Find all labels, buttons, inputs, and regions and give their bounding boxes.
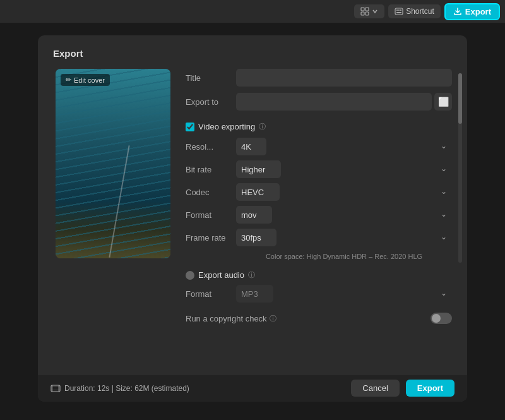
export-dialog: Export ✏ Edit cover Title [38, 35, 467, 402]
copyright-label: Run a copyright check ⓘ [186, 314, 431, 323]
bottom-info: Duration: 12s | Size: 62M (estimated) [50, 384, 189, 393]
export-top-label: Export [465, 7, 491, 16]
bottom-actions: Cancel Export [351, 380, 454, 397]
audio-section-label: Export audio [198, 270, 244, 280]
audio-format-label: Format [186, 289, 236, 299]
video-section-header: Video exporting ⓘ [186, 122, 452, 131]
copyright-row: Run a copyright check ⓘ [186, 313, 452, 324]
export-to-label: Export to [186, 97, 236, 107]
export-icon [453, 7, 462, 16]
svg-rect-6 [398, 9, 400, 11]
folder-icon: ⬜ [438, 97, 449, 107]
keyboard-icon [395, 8, 403, 15]
svg-rect-1 [365, 8, 369, 11]
title-input[interactable] [236, 69, 452, 87]
svg-rect-7 [400, 9, 401, 11]
export-to-row: Export to ⬜ [186, 93, 452, 111]
color-space-note: Color space: High Dynamic HDR – Rec. 202… [186, 253, 452, 260]
thumbnail-area: ✏ Edit cover [53, 69, 173, 324]
shortcut-button[interactable]: Shortcut [388, 4, 441, 18]
export-button[interactable]: Export [406, 380, 454, 397]
svg-rect-5 [396, 9, 398, 11]
video-thumbnail: ✏ Edit cover [56, 69, 170, 258]
format-dropdown-wrapper: mov [236, 206, 452, 224]
shortcut-label: Shortcut [406, 7, 434, 16]
audio-toggle-dot [186, 271, 194, 280]
framerate-label: Frame rate [186, 233, 236, 243]
audio-format-select[interactable]: MP3 [236, 285, 273, 303]
format-label: Format [186, 210, 236, 220]
bitrate-dropdown-wrapper: Higher [236, 160, 452, 178]
pencil-icon: ✏ [66, 76, 71, 84]
copyright-info-icon: ⓘ [270, 314, 276, 323]
audio-format-dropdown-wrapper: MP3 [236, 285, 452, 303]
bottom-bar: Duration: 12s | Size: 62M (estimated) Ca… [38, 374, 467, 402]
cancel-button[interactable]: Cancel [351, 380, 399, 397]
resolution-label: Resol... [186, 142, 236, 152]
dialog-body: ✏ Edit cover Title Export to ⬜ [53, 69, 452, 324]
scrollbar[interactable] [458, 73, 462, 263]
layout-icon-btn[interactable] [354, 4, 384, 18]
svg-rect-8 [396, 12, 401, 13]
copyright-label-text: Run a copyright check [186, 314, 267, 323]
title-row: Title [186, 69, 452, 87]
framerate-select[interactable]: 30fps [236, 229, 276, 246]
codec-row: Codec HEVC [186, 183, 452, 201]
svg-rect-13 [58, 385, 59, 392]
dialog-title: Export [53, 48, 452, 59]
toggle-knob [432, 314, 441, 323]
codec-label: Codec [186, 188, 236, 197]
form-area: Title Export to ⬜ Video exporting ⓘ [186, 69, 452, 324]
video-checkbox[interactable] [186, 123, 194, 131]
bitrate-row: Bit rate Higher [186, 160, 452, 178]
audio-format-row: Format MP3 [186, 285, 452, 303]
video-section-label: Video exporting [198, 122, 255, 131]
svg-rect-2 [361, 12, 364, 15]
export-top-button[interactable]: Export [444, 3, 500, 20]
folder-button[interactable]: ⬜ [434, 93, 452, 111]
format-row: Format mov [186, 206, 452, 224]
svg-rect-0 [361, 8, 364, 11]
codec-select[interactable]: HEVC [236, 183, 280, 201]
bitrate-select[interactable]: Higher [236, 160, 281, 178]
bitrate-label: Bit rate [186, 165, 236, 174]
codec-dropdown-wrapper: HEVC [236, 183, 452, 201]
scroll-thumb [458, 73, 462, 124]
resolution-row: Resol... 4K [186, 138, 452, 155]
edit-cover-button[interactable]: ✏ Edit cover [61, 74, 110, 86]
resolution-dropdown-wrapper: 4K [236, 138, 452, 155]
audio-section: Export audio ⓘ Format MP3 [186, 270, 452, 308]
layout-icon [360, 7, 369, 16]
chevron-down-icon [372, 8, 378, 15]
resolution-select[interactable]: 4K [236, 138, 266, 155]
edit-cover-label: Edit cover [74, 76, 105, 84]
svg-rect-12 [52, 385, 53, 392]
export-to-input[interactable] [236, 93, 432, 111]
svg-rect-3 [365, 12, 369, 15]
video-info-icon: ⓘ [259, 122, 266, 131]
film-icon [50, 385, 61, 392]
audio-section-header: Export audio ⓘ [186, 270, 452, 280]
framerate-row: Frame rate 30fps [186, 229, 452, 246]
audio-info-icon: ⓘ [248, 270, 255, 280]
main-area: Export ✏ Edit cover Title [0, 23, 505, 420]
framerate-dropdown-wrapper: 30fps [236, 229, 452, 246]
title-label: Title [186, 73, 236, 83]
copyright-toggle[interactable] [431, 313, 452, 324]
format-select[interactable]: mov [236, 206, 272, 224]
duration-size-label: Duration: 12s | Size: 62M (estimated) [64, 384, 189, 393]
svg-rect-4 [395, 8, 403, 15]
top-bar: Shortcut Export [0, 0, 505, 23]
water-visual [56, 69, 170, 258]
